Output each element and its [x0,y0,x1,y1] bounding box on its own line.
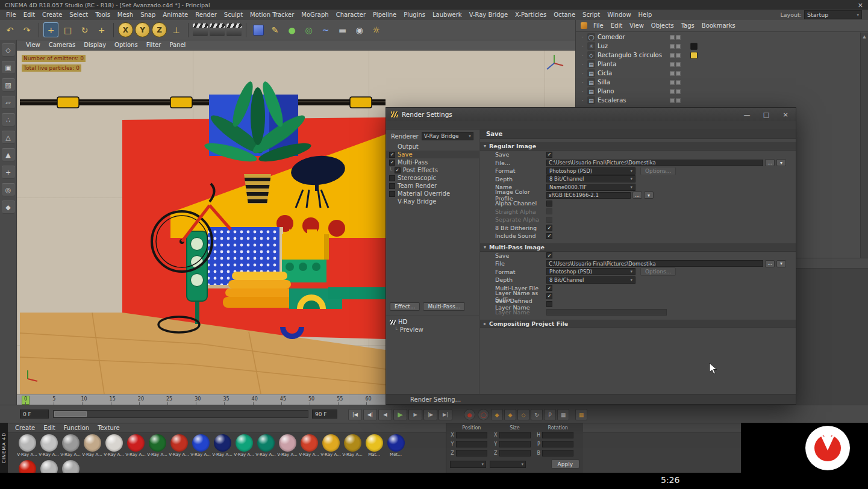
render-visibility-toggle[interactable] [676,53,681,58]
snap-button[interactable]: ◆ [2,201,15,214]
render-preset-hd[interactable]: HD [386,318,479,326]
coordinate-input[interactable] [542,441,573,447]
rs-nav-material-override[interactable]: Material Override [386,190,479,198]
coordinate-input[interactable] [456,450,487,456]
material-item[interactable]: V-Ray A... [18,434,36,457]
render-settings-titlebar[interactable]: Render Settings —□× [386,108,796,122]
material-item[interactable]: V-Ray A... [278,434,296,457]
render-settings-statusbar[interactable]: Render Setting... [386,394,796,404]
rs-nav-save[interactable]: ✓Save [386,151,479,158]
next-key-button[interactable]: |▶ [423,409,437,420]
rs-nav-v-ray-bridge[interactable]: V-Ray Bridge [386,198,479,205]
material-item[interactable]: V-Ray A... [40,434,58,457]
material-item[interactable]: V-Ray A... [213,434,231,457]
rs-nav-stereoscopic[interactable]: Stereoscopic [386,174,479,182]
om-menu-edit[interactable]: Edit [607,22,626,29]
apply-button[interactable]: Apply [551,459,579,469]
spline-button[interactable]: ~ [318,22,333,37]
viewport-scene-image[interactable] [20,50,386,394]
z-axis-lock-button[interactable]: Z [152,22,167,37]
object-row-silla[interactable]: ·▤Silla [576,78,860,87]
close-window-button[interactable]: × [858,1,863,9]
polygons-mode-button[interactable]: ▲ [2,148,15,161]
om-menu-bookmarks[interactable]: Bookmarks [698,22,739,29]
environment-button[interactable]: ▬ [335,22,350,37]
rs-checkbox-straight-alpha[interactable] [546,208,552,214]
menu-plugins[interactable]: Plugins [400,11,429,18]
render-visibility-toggle[interactable] [676,44,681,49]
material-item[interactable]: V-Ray A... [235,434,253,457]
parameter-keys-toggle[interactable]: P [544,409,556,420]
menu-select[interactable]: Select [66,11,92,18]
coordinate-input[interactable] [499,441,531,447]
section-header-multi-pass-image[interactable]: ▾Multi-Pass Image [480,243,796,252]
menu-animate[interactable]: Animate [159,11,192,18]
material-sphere[interactable] [301,434,318,452]
rotate-tool-button[interactable]: ↻ [77,22,92,37]
record-keyframes-button[interactable]: ● [464,409,475,420]
rs-dropdown-depth[interactable]: 8 Bit/Channel▾ [546,175,635,182]
move-tool-button[interactable]: + [43,22,58,37]
browse-button[interactable]: ... [765,159,775,166]
rs-nav-checkbox-multi-pass[interactable]: ✓ [389,160,395,166]
render-view-button[interactable] [193,23,208,36]
options-button[interactable]: Options... [640,167,676,175]
menu-pipeline[interactable]: Pipeline [369,11,400,18]
editor-visibility-toggle[interactable] [670,62,675,67]
material-item[interactable]: Mat... [365,434,383,457]
menu-octane[interactable]: Octane [550,11,579,18]
menu-x-particles[interactable]: X-Particles [511,11,550,18]
prev-key-button[interactable]: ◀| [363,409,377,420]
goto-start-button[interactable]: |◀ [348,409,362,420]
rs-text-field-layer-name[interactable] [546,309,667,316]
material-sphere[interactable] [40,434,58,452]
viewport-menu-display[interactable]: Display [80,42,110,48]
make-editable-button[interactable]: ◇ [2,43,15,57]
material-sphere[interactable] [105,434,123,452]
rs-checkbox-multi-layer-file[interactable]: ✓ [546,285,552,291]
rs-nav-checkbox-stereoscopic[interactable] [389,175,395,181]
render-preset-preview[interactable]: └Preview [386,326,479,334]
points-mode-button[interactable]: ∴ [2,113,15,126]
render-visibility-toggle[interactable] [676,98,681,103]
browse-button[interactable]: ... [765,260,775,267]
om-menu-objects[interactable]: Objects [648,22,678,29]
material-sphere[interactable] [344,434,361,452]
rs-nav-checkbox-team-render[interactable] [389,183,395,189]
coordinate-mode-dropdown[interactable]: ▾ [450,461,486,468]
menu-file[interactable]: File [2,11,20,18]
material-sphere[interactable] [214,434,231,452]
effect-button[interactable]: Effect... [390,302,420,311]
frame-end-field[interactable]: 90 F [312,410,337,419]
render-visibility-toggle[interactable] [676,62,681,67]
pen-tool-button[interactable]: ✎ [267,22,283,37]
enable-axis-button[interactable]: + [2,166,15,179]
light-button[interactable]: ☼ [369,22,384,37]
material-sphere[interactable] [192,434,210,452]
menu-sculpt[interactable]: Sculpt [220,11,246,18]
material-sphere[interactable] [257,434,275,452]
coordinate-space-dropdown[interactable]: ▾ [490,461,526,468]
material-item[interactable]: V-Ray A... [170,434,188,457]
menu-window[interactable]: Window [604,11,634,18]
material-sphere[interactable] [149,434,166,452]
keyframe-settings-button[interactable]: ▦ [575,409,587,420]
undo-button[interactable]: ↶ [2,22,17,37]
material-item[interactable]: V-Ray A... [105,434,123,457]
editor-visibility-toggle[interactable] [670,80,675,85]
model-mode-button[interactable]: ▣ [2,61,15,74]
coordinate-input[interactable] [542,450,573,456]
next-frame-button[interactable]: ▶ [408,409,422,420]
coordinate-system-button[interactable]: ⊥ [169,22,184,37]
menu-motion-tracker[interactable]: Motion Tracker [246,11,298,18]
material-sphere[interactable] [322,434,340,452]
object-row-planta[interactable]: ·▤Planta [576,60,860,69]
material-sphere[interactable] [170,434,188,452]
render-picture-viewer-button[interactable] [210,23,225,36]
renderer-dropdown[interactable]: V-Ray Bridge ▾ [422,132,473,140]
render-visibility-toggle[interactable] [676,89,681,94]
rs-dropdown-depth[interactable]: 8 Bit/Channel▾ [546,276,635,284]
material-item[interactable]: V-Ray A... [148,434,166,457]
menu-character[interactable]: Character [333,11,369,18]
render-visibility-toggle[interactable] [676,35,681,40]
